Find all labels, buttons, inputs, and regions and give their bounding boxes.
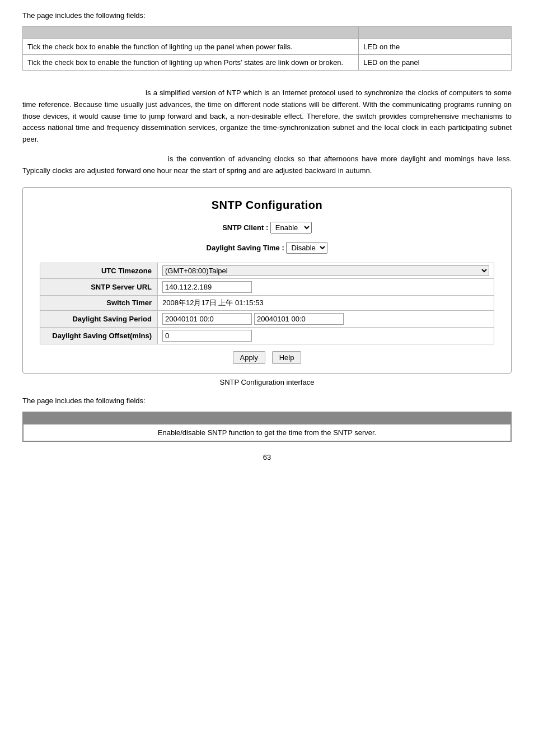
sntp-caption: SNTP Configuration interface	[22, 378, 512, 386]
sntp-field-label: Switch Timer	[40, 295, 158, 310]
top-intro: The page includes the following fields:	[22, 11, 512, 20]
daylight-saving-select[interactable]: EnableDisable	[286, 242, 327, 254]
body-para-1: is a simplified version of NTP which is …	[22, 87, 512, 146]
sntp-title: SNTP Configuration	[40, 199, 494, 212]
field-led: LED on the panel	[359, 55, 512, 71]
sntp-field-value[interactable]	[158, 278, 494, 295]
sntp-field-row: SNTP Server URL	[40, 278, 494, 295]
sntp-config-box: SNTP Configuration SNTP Client : EnableD…	[22, 187, 512, 374]
page-number: 63	[22, 453, 512, 461]
bottom-fields-table: Enable/disable SNTP function to get the …	[22, 412, 512, 442]
sntp-field-label: UTC Timezone	[40, 263, 158, 278]
field-description: Tick the check box to enable the functio…	[23, 55, 359, 71]
bottom-table-header	[23, 412, 511, 424]
top-fields-table: Tick the check box to enable the functio…	[22, 26, 512, 71]
sntp-field-label: Daylight Saving Period	[40, 310, 158, 327]
sntp-field-value[interactable]: (GMT+08:00)Taipei	[158, 263, 494, 278]
table-row: Tick the check box to enable the functio…	[23, 39, 512, 55]
sntp-field-label: Daylight Saving Offset(mins)	[40, 327, 158, 344]
sntp-field-value: 2008年12月17日 上午 01:15:53	[158, 295, 494, 310]
sntp-field-value[interactable]	[158, 310, 494, 327]
bottom-intro: The page includes the following fields:	[22, 396, 512, 405]
daylight-saving-label: Daylight Saving Time :	[207, 244, 284, 252]
daylight-saving-offset(mins)-input[interactable]	[162, 330, 252, 342]
field-description: Enable/disable SNTP function to get the …	[23, 424, 511, 442]
timezone-select[interactable]: (GMT+08:00)Taipei	[162, 265, 489, 276]
sntp-client-label: SNTP Client :	[222, 223, 268, 232]
body-para-2: is the convention of advancing clocks so…	[22, 153, 512, 177]
sntp-field-row: Switch Timer2008年12月17日 上午 01:15:53	[40, 295, 494, 310]
daylight-saving-start-input[interactable]	[162, 313, 252, 325]
sntp-grid: UTC Timezone(GMT+08:00)TaipeiSNTP Server…	[40, 263, 494, 344]
sntp-field-label: SNTP Server URL	[40, 278, 158, 295]
help-button[interactable]: Help	[272, 351, 302, 364]
daylight-saving-end-input[interactable]	[254, 313, 344, 325]
sntp-field-value[interactable]	[158, 327, 494, 344]
sntp-server-url-input[interactable]	[162, 281, 252, 293]
field-led: LED on the	[359, 39, 512, 55]
top-table-header-desc	[23, 27, 359, 39]
sntp-buttons: Apply Help	[40, 351, 494, 364]
sntp-controls: SNTP Client : EnableDisable Daylight Sav…	[40, 222, 494, 254]
top-table-header-led	[359, 27, 512, 39]
sntp-field-row: Daylight Saving Offset(mins)	[40, 327, 494, 344]
table-row: Enable/disable SNTP function to get the …	[23, 424, 511, 442]
sntp-field-row: UTC Timezone(GMT+08:00)Taipei	[40, 263, 494, 278]
field-description: Tick the check box to enable the functio…	[23, 39, 359, 55]
table-row: Tick the check box to enable the functio…	[23, 55, 512, 71]
apply-button[interactable]: Apply	[233, 351, 266, 364]
sntp-client-select[interactable]: EnableDisable	[270, 222, 312, 234]
sntp-field-row: Daylight Saving Period	[40, 310, 494, 327]
